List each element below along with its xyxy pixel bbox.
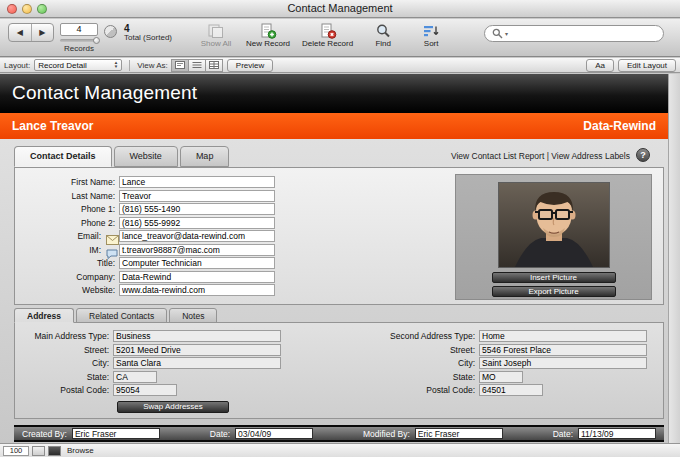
modified-by-field[interactable] [415, 428, 503, 439]
insert-picture-button[interactable]: Insert Picture [492, 272, 616, 283]
second-city-field[interactable] [479, 357, 647, 369]
tab-website[interactable]: Website [114, 146, 178, 167]
main-city-field[interactable] [113, 357, 281, 369]
preview-button[interactable]: Preview [227, 59, 273, 72]
created-by-field[interactable] [72, 428, 160, 439]
close-button[interactable] [7, 4, 17, 14]
layout-bar: Layout: Record Detail ▲▼ View As: Previe… [0, 58, 680, 73]
search-dropdown-chevron-icon[interactable]: ▾ [505, 30, 508, 37]
layout-select-value: Record Detail [38, 61, 86, 70]
second-state-label: State: [367, 372, 479, 382]
swap-addresses-button[interactable]: Swap Addresses [117, 401, 229, 413]
subtab-notes[interactable]: Notes [169, 308, 217, 323]
company-label: Company: [19, 272, 119, 282]
modified-date-label: Date: [553, 429, 573, 439]
links-divider: | [547, 151, 549, 161]
main-city-label: City: [17, 358, 113, 368]
divider [129, 60, 130, 71]
created-date-field[interactable] [235, 428, 313, 439]
field-row: Postal Code: [17, 384, 281, 396]
field-row: First Name: [19, 176, 275, 188]
current-record-field[interactable]: 4 [60, 23, 98, 36]
new-record-label: New Record [246, 39, 290, 48]
website-field[interactable] [119, 284, 275, 296]
second-address-type-field[interactable] [479, 330, 647, 342]
phone2-field[interactable] [119, 217, 275, 229]
subtab-related-contacts[interactable]: Related Contacts [76, 308, 167, 323]
main-postal-code-label: Postal Code: [17, 385, 113, 395]
mode-popup[interactable]: Browse [67, 446, 94, 455]
field-row: Phone 1: [19, 203, 275, 215]
field-row: Company: [19, 271, 275, 283]
second-street-field[interactable] [479, 344, 647, 356]
vertical-scrollbar[interactable] [668, 74, 680, 443]
zoom-control-button[interactable] [32, 446, 45, 456]
title-field[interactable] [119, 257, 275, 269]
next-record-button[interactable]: ▶ [32, 24, 54, 41]
found-set-pie-icon[interactable] [104, 25, 117, 38]
help-button[interactable]: ? [636, 148, 650, 162]
new-record-icon [259, 22, 277, 39]
records-label: Records [48, 44, 110, 53]
table-view-button[interactable] [205, 59, 223, 72]
main-postal-code-field[interactable] [113, 384, 177, 396]
find-button[interactable]: Find [365, 22, 401, 48]
status-toolbar-toggle-button[interactable] [48, 446, 61, 456]
im-field[interactable] [119, 244, 275, 256]
layout-select[interactable]: Record Detail ▲▼ [34, 59, 122, 71]
second-postal-code-field[interactable] [479, 384, 543, 396]
view-as-label: View As: [137, 61, 168, 70]
record-slider[interactable] [60, 39, 98, 42]
form-view-button[interactable] [171, 59, 189, 72]
view-as-segmented-control [172, 59, 223, 72]
email-field[interactable] [119, 230, 275, 242]
company-field[interactable] [119, 271, 275, 283]
magnifier-icon [374, 22, 392, 39]
subtab-address[interactable]: Address [14, 308, 74, 323]
contact-details-panel: First Name: Last Name: Phone 1: Phone 2:… [14, 167, 664, 305]
main-address-type-field[interactable] [113, 330, 281, 342]
minimize-button[interactable] [22, 4, 32, 14]
main-address-type-label: Main Address Type: [17, 331, 113, 341]
last-name-field[interactable] [119, 190, 275, 202]
delete-record-button[interactable]: Delete Record [302, 22, 353, 48]
export-picture-button[interactable]: Export Picture [492, 286, 616, 297]
tab-contact-details[interactable]: Contact Details [14, 146, 112, 167]
delete-record-icon [319, 22, 337, 39]
new-record-button[interactable]: New Record [246, 22, 290, 48]
im-chat-icon[interactable] [106, 245, 120, 255]
first-name-field[interactable] [119, 176, 275, 188]
select-arrows-icon: ▲▼ [114, 61, 118, 69]
quick-find-field[interactable]: ▾ [484, 25, 664, 42]
field-row: City: [17, 357, 281, 369]
tab-map[interactable]: Map [180, 146, 230, 167]
view-contact-list-report-link[interactable]: View Contact List Report [451, 151, 544, 161]
formatting-bar-button[interactable]: Aa [586, 59, 614, 72]
sort-button[interactable]: Sort [413, 22, 449, 48]
zoom-button[interactable] [37, 4, 47, 14]
sort-icon [422, 22, 440, 39]
contact-photo[interactable] [498, 182, 610, 268]
title-label: Title: [19, 258, 119, 268]
show-all-button[interactable]: Show All [198, 22, 234, 48]
field-row: Website: [19, 284, 275, 296]
zoom-level[interactable]: 100 [3, 446, 29, 456]
second-state-field[interactable] [479, 371, 523, 383]
edit-layout-button[interactable]: Edit Layout [618, 59, 676, 72]
main-street-field[interactable] [113, 344, 281, 356]
modified-date-field[interactable] [578, 428, 656, 439]
search-input[interactable] [510, 27, 656, 40]
previous-record-button[interactable]: ◀ [9, 24, 32, 41]
field-row: Last Name: [19, 190, 275, 202]
list-view-button[interactable] [188, 59, 206, 72]
company-name: Data-Rewind [583, 119, 656, 133]
phone1-field[interactable] [119, 203, 275, 215]
main-state-field[interactable] [113, 371, 157, 383]
email-label: Email: [19, 231, 119, 241]
sub-tabs: Address Related Contacts Notes [14, 308, 219, 323]
app-window: Contact Management ◀ ▶ 4 Records 4 Total… [0, 0, 680, 457]
page-title: Contact Management [0, 74, 668, 104]
record-slider-knob[interactable] [93, 37, 100, 44]
view-address-labels-link[interactable]: View Address Labels [551, 151, 630, 161]
send-email-icon[interactable] [106, 231, 120, 241]
